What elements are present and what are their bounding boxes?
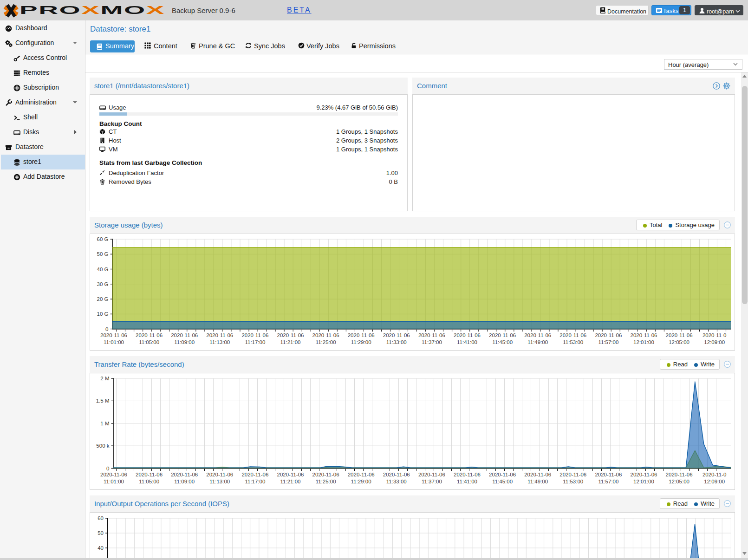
- svg-text:2020-11-06: 2020-11-06: [418, 332, 445, 338]
- svg-text:12:05:00: 12:05:00: [669, 339, 689, 345]
- svg-text:2020-11-06: 2020-11-06: [454, 332, 481, 338]
- svg-text:2020-11-06: 2020-11-06: [206, 332, 233, 338]
- svg-text:11:17:00: 11:17:00: [245, 479, 265, 484]
- svg-text:12:01:00: 12:01:00: [633, 339, 654, 345]
- svg-text:2020-11-06: 2020-11-06: [631, 332, 657, 338]
- svg-text:11:41:00: 11:41:00: [457, 479, 477, 484]
- svg-text:11:57:00: 11:57:00: [598, 339, 618, 345]
- svg-text:11:37:00: 11:37:00: [422, 479, 442, 484]
- svg-text:11:53:00: 11:53:00: [563, 479, 583, 484]
- svg-text:11:45:00: 11:45:00: [492, 339, 513, 345]
- svg-text:11:57:00: 11:57:00: [598, 479, 618, 484]
- svg-text:30 G: 30 G: [97, 281, 109, 287]
- svg-text:2020-11-06: 2020-11-06: [524, 472, 551, 477]
- svg-text:11:33:00: 11:33:00: [386, 339, 407, 345]
- svg-text:2020-11-06: 2020-11-06: [348, 332, 375, 338]
- svg-text:2020-11-06: 2020-11-06: [559, 332, 586, 338]
- svg-text:2020-11-06: 2020-11-06: [489, 332, 516, 338]
- svg-text:2020-11-06: 2020-11-06: [312, 332, 339, 338]
- svg-text:11:13:00: 11:13:00: [209, 479, 230, 484]
- svg-text:11:45:00: 11:45:00: [492, 479, 513, 484]
- svg-text:2020-11-06: 2020-11-06: [171, 332, 198, 338]
- svg-text:11:29:00: 11:29:00: [351, 479, 371, 484]
- svg-text:2020-11-06: 2020-11-06: [383, 332, 410, 338]
- svg-text:11:21:00: 11:21:00: [280, 479, 301, 484]
- svg-text:50: 50: [98, 530, 104, 536]
- svg-text:2020-11-06: 2020-11-06: [277, 472, 304, 477]
- svg-text:2020-11-06: 2020-11-06: [348, 472, 375, 477]
- svg-text:11:37:00: 11:37:00: [422, 339, 442, 345]
- svg-text:40 G: 40 G: [97, 266, 109, 272]
- svg-text:2020-11-0: 2020-11-0: [702, 332, 727, 338]
- svg-text:2020-11-06: 2020-11-06: [595, 332, 622, 338]
- svg-text:11:53:00: 11:53:00: [563, 339, 583, 345]
- svg-text:12:09:00: 12:09:00: [704, 479, 725, 484]
- svg-text:2020-11-06: 2020-11-06: [559, 472, 586, 477]
- svg-text:0: 0: [106, 465, 109, 471]
- svg-text:11:41:00: 11:41:00: [457, 339, 477, 345]
- svg-text:12:01:00: 12:01:00: [633, 479, 654, 484]
- svg-text:11:01:00: 11:01:00: [104, 479, 124, 484]
- svg-text:2020-11-06: 2020-11-06: [454, 472, 481, 477]
- svg-text:11:05:00: 11:05:00: [139, 339, 159, 345]
- svg-text:11:05:00: 11:05:00: [139, 479, 159, 484]
- svg-text:11:25:00: 11:25:00: [316, 339, 336, 345]
- svg-text:12:09:00: 12:09:00: [704, 339, 725, 345]
- svg-text:2020-11-06: 2020-11-06: [100, 332, 127, 338]
- svg-text:2020-11-06: 2020-11-06: [666, 332, 693, 338]
- svg-text:2020-11-06: 2020-11-06: [524, 332, 551, 338]
- svg-text:11:49:00: 11:49:00: [527, 339, 548, 345]
- svg-text:2020-11-06: 2020-11-06: [277, 332, 304, 338]
- svg-text:2020-11-06: 2020-11-06: [383, 472, 410, 477]
- svg-text:2020-11-06: 2020-11-06: [136, 472, 163, 477]
- svg-text:2020-11-06: 2020-11-06: [171, 472, 198, 477]
- svg-text:2020-11-06: 2020-11-06: [100, 472, 127, 477]
- svg-text:60: 60: [98, 515, 104, 521]
- svg-text:11:17:00: 11:17:00: [245, 339, 265, 345]
- svg-text:11:25:00: 11:25:00: [316, 479, 336, 484]
- svg-text:11:33:00: 11:33:00: [386, 479, 407, 484]
- svg-text:0: 0: [105, 326, 108, 332]
- svg-text:500 k: 500 k: [96, 443, 109, 449]
- svg-text:11:49:00: 11:49:00: [527, 479, 548, 484]
- svg-text:60 G: 60 G: [97, 236, 109, 242]
- svg-text:2020-11-06: 2020-11-06: [631, 472, 657, 477]
- svg-text:50 G: 50 G: [97, 251, 109, 257]
- svg-text:2020-11-06: 2020-11-06: [206, 472, 233, 477]
- svg-text:2020-11-06: 2020-11-06: [595, 472, 622, 477]
- svg-text:20 G: 20 G: [97, 296, 109, 302]
- svg-text:2020-11-06: 2020-11-06: [489, 472, 516, 477]
- svg-text:2020-11-06: 2020-11-06: [136, 332, 163, 338]
- svg-text:2020-11-06: 2020-11-06: [312, 472, 339, 477]
- svg-text:10 G: 10 G: [97, 311, 109, 317]
- svg-text:1 M: 1 M: [100, 420, 109, 426]
- svg-text:2020-11-0: 2020-11-0: [702, 472, 727, 477]
- svg-text:1.5 M: 1.5 M: [96, 398, 110, 404]
- svg-text:2020-11-06: 2020-11-06: [241, 332, 268, 338]
- svg-text:2 M: 2 M: [100, 376, 109, 381]
- svg-text:12:05:00: 12:05:00: [669, 479, 689, 484]
- svg-text:2020-11-06: 2020-11-06: [666, 472, 693, 477]
- svg-text:11:29:00: 11:29:00: [351, 339, 371, 345]
- svg-text:11:13:00: 11:13:00: [209, 339, 230, 345]
- svg-text:2020-11-06: 2020-11-06: [418, 472, 445, 477]
- svg-text:11:09:00: 11:09:00: [174, 339, 195, 345]
- svg-text:11:01:00: 11:01:00: [104, 339, 124, 345]
- svg-text:2020-11-06: 2020-11-06: [241, 472, 268, 477]
- svg-text:11:21:00: 11:21:00: [280, 339, 301, 345]
- svg-text:40: 40: [98, 545, 104, 551]
- svg-text:11:09:00: 11:09:00: [174, 479, 195, 484]
